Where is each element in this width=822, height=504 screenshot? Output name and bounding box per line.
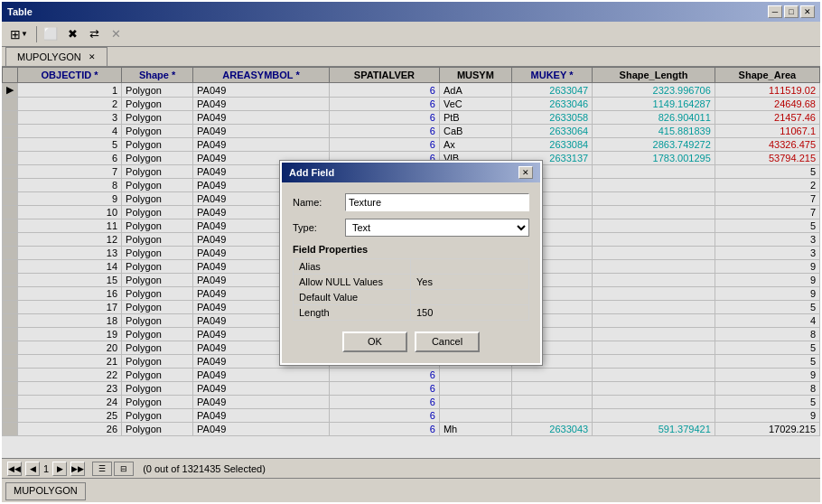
bottom-mupolygon-tab[interactable]: MUPOLYGON bbox=[5, 482, 86, 500]
select-all-button[interactable]: ⬜ bbox=[41, 24, 61, 44]
property-row: Allow NULL ValuesYes bbox=[294, 274, 529, 289]
tab-bar: MUPOLYGON ✕ bbox=[2, 47, 820, 67]
table-icon: ⊞ bbox=[10, 27, 21, 42]
modal-overlay: Add Field ✕ Name: Type: Short Integer Lo… bbox=[2, 67, 820, 458]
toolbar: ⊞ ▼ ⬜ ✖ ⇄ ✕ bbox=[2, 22, 820, 47]
title-bar: Table ─ □ ✕ bbox=[2, 2, 820, 22]
last-page-button[interactable]: ▶▶ bbox=[70, 462, 85, 476]
type-field-row: Type: Short Integer Long Integer Float D… bbox=[293, 219, 529, 237]
select-all-icon: ⬜ bbox=[43, 27, 58, 41]
cancel-button[interactable]: Cancel bbox=[415, 331, 480, 352]
delete-selected-button[interactable]: ✕ bbox=[106, 24, 126, 44]
table-view-icon[interactable]: ☰ bbox=[92, 462, 112, 476]
main-window: Table ─ □ ✕ ⊞ ▼ ⬜ ✖ ⇄ ✕ MUPOLYGON ✕ bbox=[0, 0, 822, 504]
clear-selection-button[interactable]: ✖ bbox=[62, 24, 82, 44]
type-select[interactable]: Short Integer Long Integer Float Double … bbox=[345, 219, 529, 237]
mupolygon-tab[interactable]: MUPOLYGON ✕ bbox=[5, 47, 107, 66]
status-icons: ☰ ⊟ bbox=[92, 462, 134, 476]
modal-title-bar: Add Field ✕ bbox=[282, 163, 540, 182]
property-key: Length bbox=[294, 304, 411, 320]
ok-button[interactable]: OK bbox=[342, 331, 407, 352]
field-properties-heading: Field Properties bbox=[293, 244, 529, 255]
tab-label: MUPOLYGON bbox=[17, 51, 81, 62]
dropdown-arrow: ▼ bbox=[21, 30, 28, 38]
name-label: Name: bbox=[293, 197, 338, 208]
modal-title-text: Add Field bbox=[289, 167, 334, 178]
property-value[interactable]: 150 bbox=[411, 304, 529, 320]
title-bar-buttons: ─ □ ✕ bbox=[768, 5, 815, 18]
switch-selection-button[interactable]: ⇄ bbox=[84, 24, 104, 44]
status-bar: ◀◀ ◀ 1 ▶ ▶▶ ☰ ⊟ (0 out of 1321435 Select… bbox=[2, 458, 820, 478]
form-view-icon[interactable]: ⊟ bbox=[114, 462, 134, 476]
clear-selection-icon: ✖ bbox=[68, 27, 78, 41]
modal-buttons: OK Cancel bbox=[293, 331, 529, 352]
table-options-button[interactable]: ⊞ ▼ bbox=[5, 24, 33, 44]
name-field-row: Name: bbox=[293, 193, 529, 211]
bottom-tab-bar: MUPOLYGON bbox=[2, 478, 820, 502]
separator-1 bbox=[36, 26, 37, 42]
property-row: Default Value bbox=[294, 289, 529, 304]
property-key: Default Value bbox=[294, 289, 411, 304]
page-number: 1 bbox=[43, 463, 49, 474]
switch-icon: ⇄ bbox=[89, 27, 99, 41]
prev-page-button[interactable]: ◀ bbox=[25, 462, 40, 476]
delete-icon: ✕ bbox=[111, 27, 121, 41]
table-container: OBJECTID * Shape * AREASYMBOL * SPATIALV… bbox=[2, 67, 820, 458]
name-input[interactable] bbox=[345, 193, 529, 211]
property-value[interactable] bbox=[411, 289, 529, 304]
add-field-dialog: Add Field ✕ Name: Type: Short Integer Lo… bbox=[280, 161, 542, 365]
type-label: Type: bbox=[293, 222, 338, 233]
property-key: Allow NULL Values bbox=[294, 274, 411, 289]
window-title: Table bbox=[7, 6, 33, 17]
modal-body: Name: Type: Short Integer Long Integer F… bbox=[282, 182, 540, 363]
selection-status: (0 out of 1321435 Selected) bbox=[143, 463, 266, 474]
close-window-button[interactable]: ✕ bbox=[800, 5, 815, 18]
field-properties-table: AliasAllow NULL ValuesYesDefault ValueLe… bbox=[293, 258, 529, 321]
property-row: Length150 bbox=[294, 304, 529, 320]
property-value[interactable] bbox=[411, 258, 529, 274]
minimize-button[interactable]: ─ bbox=[768, 5, 782, 18]
first-page-button[interactable]: ◀◀ bbox=[7, 462, 22, 476]
maximize-button[interactable]: □ bbox=[784, 5, 799, 18]
property-key: Alias bbox=[294, 258, 411, 274]
modal-close-button[interactable]: ✕ bbox=[518, 166, 533, 179]
property-value[interactable]: Yes bbox=[411, 274, 529, 289]
tab-close-icon[interactable]: ✕ bbox=[89, 52, 96, 61]
next-page-button[interactable]: ▶ bbox=[52, 462, 67, 476]
property-row: Alias bbox=[294, 258, 529, 274]
